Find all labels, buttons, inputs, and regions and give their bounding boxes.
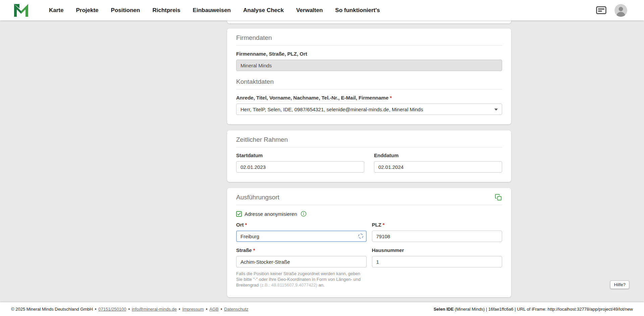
contact-select[interactable]: Herr, TitelP, Selen, IDE, 0987/654321, s… [236,104,502,115]
nav-item-analyse-check[interactable]: Analyse Check [243,7,284,14]
card-partial-top [227,20,511,23]
card-zeitlicher-rahmen: Zeitlicher Rahmen Startdatum Enddatum [227,130,511,182]
strasse-hint: Falls die Position keiner Straße zugeord… [236,271,368,288]
content-column: Firmendaten Firmenname, Straße, PLZ, Ort… [227,20,511,302]
nav-item-projekte[interactable]: Projekte [76,7,98,14]
copy-icon [495,194,502,201]
nav-item-so-funktionierts[interactable]: So funktioniert's [335,7,380,14]
startdatum-input[interactable] [236,161,364,173]
plz-input[interactable] [372,231,502,242]
zeitraum-title: Zeitlicher Rahmen [236,136,502,143]
nav-item-positionen[interactable]: Positionen [111,7,140,14]
page: Karte Projekte Positionen Richtpreis Ein… [0,0,644,316]
chevron-down-icon [494,109,498,112]
enddatum-field: Enddatum [374,153,502,173]
company-label: Firmenname, Straße, PLZ, Ort [236,51,502,57]
anonymize-label[interactable]: Adresse anonymisieren [245,211,297,217]
anonymize-checkbox[interactable] [236,211,242,217]
nav-item-richtpreis[interactable]: Richtpreis [152,7,180,14]
person-icon [614,4,627,17]
footer-debug-text: (Mineral Minds) | 16fae1ffc6a6 | URL of … [455,307,633,312]
copy-address-button[interactable] [495,194,502,201]
startdatum-label: Startdatum [236,153,364,158]
logo-icon [13,3,29,17]
required-marker: * [383,222,385,228]
main-nav: Karte Projekte Positionen Richtpreis Ein… [49,7,380,14]
divider [236,147,502,147]
ort-label: Ort* [236,222,367,228]
top-nav: Karte Projekte Positionen Richtpreis Ein… [0,0,644,20]
footer-link-agb[interactable]: AGB [209,307,218,312]
footer-link-datenschutz[interactable]: Datenschutz [224,307,248,312]
footer-link-impressum[interactable]: Impressum [182,307,204,312]
info-icon[interactable] [301,211,307,217]
ort-input[interactable] [236,231,367,242]
required-marker: * [245,222,247,228]
mineral-minds-logo[interactable] [13,3,29,17]
contact-label: Anrede, Titel, Vorname, Nachname, Tel.-N… [236,95,502,101]
required-marker: * [390,95,392,101]
anonymize-row: Adresse anonymisieren [236,211,502,217]
check-icon [237,212,241,215]
divider [236,45,502,46]
header-right [596,4,627,17]
divider [236,89,502,89]
ort-field: Ort* [236,222,367,242]
footer-link-phone[interactable]: 07151/250100 [98,307,126,312]
plz-label: PLZ* [372,222,502,228]
footer-left: © 2025 Mineral Minds Deutschland GmbH • … [11,307,249,312]
strasse-input[interactable] [236,256,367,267]
hausnummer-field: Hausnummer [372,248,502,267]
enddatum-input[interactable] [374,161,502,173]
nav-item-karte[interactable]: Karte [49,7,63,14]
nav-item-einbauweisen[interactable]: Einbauweisen [193,7,231,14]
hausnummer-input[interactable] [372,256,502,267]
strasse-label: Straße* [236,248,367,253]
ausfuehrungsort-title: Ausführungsort [236,194,279,201]
contact-select-value: Herr, TitelP, Selen, IDE, 0987/654321, s… [240,107,423,112]
card-ausfuehrungsort: Ausführungsort Adress [227,188,511,297]
hausnummer-label: Hausnummer [372,248,502,253]
company-input [236,60,502,71]
firmendaten-title: Firmendaten [236,34,502,42]
loading-spinner-icon [358,234,363,239]
nav-item-verwalten[interactable]: Verwalten [296,7,323,14]
divider [236,205,502,205]
kontaktdaten-title: Kontaktdaten [236,78,502,85]
help-button[interactable]: Hilfe? [610,280,629,289]
footer-copyright: © 2025 Mineral Minds Deutschland GmbH [11,307,93,312]
card-firmendaten: Firmendaten Firmenname, Straße, PLZ, Ort… [227,28,511,124]
plz-field: PLZ* [372,222,502,242]
user-avatar[interactable] [614,4,627,17]
footer-app-name: Selen IDE [434,307,454,312]
footer-debug-info: Selen IDE (Mineral Minds) | 16fae1ffc6a6… [434,307,633,312]
footer: © 2025 Mineral Minds Deutschland GmbH • … [0,302,644,316]
terminal-icon[interactable] [596,6,606,14]
enddatum-label: Enddatum [374,153,502,158]
startdatum-field: Startdatum [236,153,364,173]
required-marker: * [253,247,255,253]
footer-link-email[interactable]: info@mineral-minds.de [132,307,177,312]
strasse-field: Straße* [236,248,367,267]
main-content: Firmendaten Firmenname, Straße, PLZ, Ort… [0,20,644,302]
